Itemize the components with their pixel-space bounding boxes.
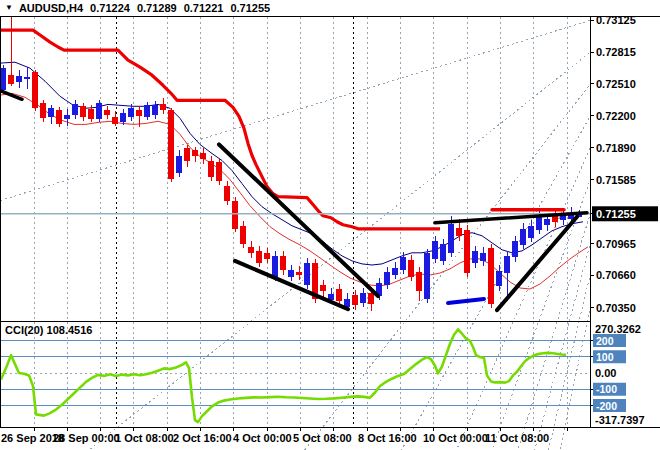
- candle-body: [392, 268, 397, 275]
- candle-body: [96, 103, 101, 119]
- time-axis-label: 2 Oct 16:00: [173, 432, 232, 444]
- time-axis-label: 1 Oct 08:00: [115, 432, 174, 444]
- candle-body: [544, 219, 549, 225]
- time-axis-label: 10 Oct 00:00: [423, 432, 488, 444]
- candle-body: [160, 104, 165, 110]
- candle-body: [80, 106, 85, 117]
- candle-body: [232, 201, 237, 229]
- candle-body: [64, 115, 69, 119]
- cci-levels-layer: [0, 341, 590, 406]
- candle-body: [224, 186, 229, 201]
- blue-support-segment[interactable]: [448, 299, 484, 303]
- candle-body: [416, 272, 421, 291]
- candle-body: [264, 253, 269, 259]
- candle-body: [72, 104, 77, 115]
- time-axis-label: 4 Oct 00:00: [233, 432, 292, 444]
- candle-body: [472, 251, 477, 263]
- candle-body: [16, 76, 21, 82]
- candle-body: [440, 244, 445, 261]
- candle-body: [176, 156, 181, 173]
- candle-body: [336, 289, 341, 301]
- candle-body: [456, 228, 461, 236]
- h-gridline: [0, 181, 590, 450]
- candle-body: [152, 105, 157, 115]
- candle-body: [496, 271, 501, 286]
- candle-body: [280, 256, 285, 270]
- candle-body: [144, 105, 149, 117]
- price-axis-label: 0.71585: [596, 174, 636, 186]
- candle-body: [488, 248, 493, 304]
- chart-window: ▼ AUDUSD,H4 0.71224 0.71289 0.71221 0.71…: [0, 0, 660, 450]
- lower-band-line: [0, 93, 588, 289]
- candle-body: [256, 251, 261, 263]
- h-gridline: [0, 85, 590, 450]
- candle-body: [8, 75, 13, 84]
- price-chart-canvas[interactable]: 0.731250.728150.725100.722000.718900.715…: [0, 0, 660, 450]
- candle-body: [480, 253, 485, 261]
- candle-body: [184, 148, 189, 160]
- candle-body: [136, 110, 141, 116]
- candle-body: [272, 256, 277, 277]
- time-axis-label: 11 Oct 08:00: [485, 432, 549, 444]
- cci-level-badge-text: -100: [596, 383, 617, 395]
- cci-max-label: 270.3262: [595, 323, 641, 335]
- candle-body: [304, 263, 309, 285]
- candle-body: [424, 253, 429, 299]
- candle-body: [528, 226, 533, 238]
- price-axis-label: 0.72510: [596, 78, 636, 90]
- candle-body: [88, 109, 93, 119]
- candle-body: [112, 117, 117, 124]
- candle-body: [320, 285, 325, 291]
- price-axis-label: 0.71890: [596, 142, 636, 154]
- price-axis-label: 0.73125: [596, 14, 636, 26]
- cci-zero-label: 0.00: [595, 367, 616, 379]
- grid-layer: [0, 17, 590, 450]
- h-gridline: [0, 149, 590, 450]
- candle-body: [48, 108, 53, 117]
- candles-layer: [0, 17, 581, 311]
- candle-body: [128, 108, 133, 117]
- time-scale: 26 Sep 201828 Sep 00:001 Oct 08:002 Oct …: [1, 428, 567, 445]
- price-scale: 0.731250.728150.725100.722000.718900.715…: [590, 14, 658, 426]
- candle-body: [24, 77, 29, 79]
- cci-level-badge-text: -200: [596, 400, 617, 412]
- current-price-tag-text: 0.71255: [596, 208, 636, 220]
- candle-body: [352, 295, 357, 305]
- candle-body: [168, 110, 173, 178]
- candle-body: [464, 230, 469, 273]
- candle-body: [120, 113, 125, 122]
- price-axis-label: 0.72200: [596, 110, 636, 122]
- candle-body: [32, 72, 37, 108]
- candle-body: [288, 270, 293, 277]
- ma-layer: [0, 62, 588, 289]
- cci-min-label: -317.7397: [595, 414, 645, 426]
- price-axis-label: 0.70350: [596, 302, 636, 314]
- chart-frame: [0, 17, 660, 428]
- candle-body: [0, 68, 5, 90]
- candle-body: [360, 293, 365, 303]
- candle-body: [56, 110, 61, 124]
- candle-body: [368, 293, 373, 304]
- price-axis-label: 0.72815: [596, 46, 636, 58]
- trailing-stop-line: [0, 30, 440, 229]
- time-axis-label: 5 Oct 08:00: [293, 432, 352, 444]
- candle-body: [200, 153, 205, 159]
- candle-body: [296, 272, 301, 275]
- price-axis-label: 0.70965: [596, 238, 636, 250]
- candle-body: [408, 260, 413, 277]
- candle-body: [40, 103, 45, 118]
- candle-body: [400, 257, 405, 270]
- candle-body: [208, 161, 213, 177]
- candle-body: [216, 162, 221, 180]
- candle-body: [248, 247, 253, 253]
- cci-level-badge-text: 200: [596, 335, 614, 347]
- cci-line: [1, 329, 566, 422]
- upper-band-line: [0, 62, 583, 265]
- price-axis-label: 0.70660: [596, 269, 636, 281]
- candle-body: [448, 224, 453, 253]
- candle-body: [520, 229, 525, 245]
- candle-body: [104, 110, 109, 115]
- candle-body: [512, 241, 517, 257]
- time-axis-label: 28 Sep 00:00: [53, 432, 120, 444]
- candle-body: [384, 272, 389, 285]
